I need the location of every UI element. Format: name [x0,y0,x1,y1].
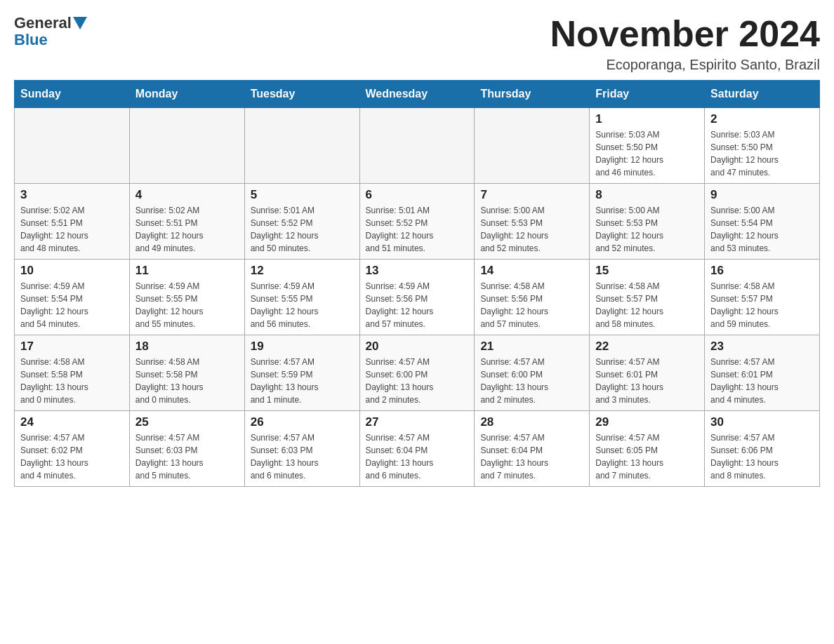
cell-info: Sunrise: 4:58 AMSunset: 5:58 PMDaylight:… [135,356,239,406]
calendar-cell: 24Sunrise: 4:57 AMSunset: 6:02 PMDayligh… [15,411,130,487]
day-number: 24 [20,415,124,429]
calendar-header-row: SundayMondayTuesdayWednesdayThursdayFrid… [15,81,820,108]
day-number: 12 [251,264,354,278]
calendar-cell: 21Sunrise: 4:57 AMSunset: 6:00 PMDayligh… [475,335,590,411]
day-number: 9 [710,188,814,202]
day-number: 19 [251,340,354,354]
calendar-week-row: 24Sunrise: 4:57 AMSunset: 6:02 PMDayligh… [15,411,820,487]
calendar-cell: 18Sunrise: 4:58 AMSunset: 5:58 PMDayligh… [129,335,244,411]
day-number: 20 [366,340,469,354]
cell-info: Sunrise: 5:02 AMSunset: 5:51 PMDaylight:… [20,204,124,255]
calendar-cell: 14Sunrise: 4:58 AMSunset: 5:56 PMDayligh… [475,260,590,335]
day-number: 23 [710,340,814,354]
calendar-week-row: 3Sunrise: 5:02 AMSunset: 5:51 PMDaylight… [15,184,820,260]
day-number: 27 [366,415,469,429]
cell-info: Sunrise: 5:01 AMSunset: 5:52 PMDaylight:… [251,204,354,255]
calendar-cell: 29Sunrise: 4:57 AMSunset: 6:05 PMDayligh… [590,411,705,487]
cell-info: Sunrise: 4:57 AMSunset: 6:00 PMDaylight:… [480,356,583,406]
cell-info: Sunrise: 5:00 AMSunset: 5:53 PMDaylight:… [480,204,583,255]
calendar-cell: 20Sunrise: 4:57 AMSunset: 6:00 PMDayligh… [359,335,475,411]
calendar-cell: 12Sunrise: 4:59 AMSunset: 5:55 PMDayligh… [244,260,359,335]
calendar-cell: 5Sunrise: 5:01 AMSunset: 5:52 PMDaylight… [244,184,359,260]
calendar-cell: 23Sunrise: 4:57 AMSunset: 6:01 PMDayligh… [705,335,820,411]
day-number: 11 [135,264,239,278]
calendar-cell: 19Sunrise: 4:57 AMSunset: 5:59 PMDayligh… [244,335,359,411]
day-number: 8 [595,188,699,202]
day-number: 22 [595,340,699,354]
day-number: 28 [480,415,583,429]
cell-info: Sunrise: 4:57 AMSunset: 6:04 PMDaylight:… [480,431,583,482]
day-number: 26 [251,415,354,429]
calendar-cell: 3Sunrise: 5:02 AMSunset: 5:51 PMDaylight… [15,184,130,260]
day-header-sunday: Sunday [15,81,130,108]
calendar-cell: 17Sunrise: 4:58 AMSunset: 5:58 PMDayligh… [15,335,130,411]
calendar-cell: 26Sunrise: 4:57 AMSunset: 6:03 PMDayligh… [244,411,359,487]
cell-info: Sunrise: 5:02 AMSunset: 5:51 PMDaylight:… [135,204,239,255]
cell-info: Sunrise: 5:00 AMSunset: 5:54 PMDaylight:… [710,204,814,255]
cell-info: Sunrise: 5:00 AMSunset: 5:53 PMDaylight:… [595,204,699,255]
cell-info: Sunrise: 4:57 AMSunset: 6:03 PMDaylight:… [251,431,354,482]
month-title: November 2024 [550,14,820,54]
title-block: November 2024 Ecoporanga, Espirito Santo… [550,14,820,73]
calendar-cell: 7Sunrise: 5:00 AMSunset: 5:53 PMDaylight… [475,184,590,260]
calendar-cell: 13Sunrise: 4:59 AMSunset: 5:56 PMDayligh… [359,260,475,335]
day-number: 21 [480,340,583,354]
cell-info: Sunrise: 4:57 AMSunset: 5:59 PMDaylight:… [251,356,354,406]
calendar-week-row: 1Sunrise: 5:03 AMSunset: 5:50 PMDaylight… [15,108,820,184]
day-number: 13 [366,264,469,278]
day-number: 5 [251,188,354,202]
cell-info: Sunrise: 4:58 AMSunset: 5:58 PMDaylight:… [20,356,124,406]
cell-info: Sunrise: 4:57 AMSunset: 6:05 PMDaylight:… [595,431,699,482]
calendar-cell: 22Sunrise: 4:57 AMSunset: 6:01 PMDayligh… [590,335,705,411]
calendar-cell: 28Sunrise: 4:57 AMSunset: 6:04 PMDayligh… [475,411,590,487]
cell-info: Sunrise: 4:59 AMSunset: 5:55 PMDaylight:… [135,280,239,330]
calendar-cell: 10Sunrise: 4:59 AMSunset: 5:54 PMDayligh… [15,260,130,335]
calendar-cell: 6Sunrise: 5:01 AMSunset: 5:52 PMDaylight… [359,184,475,260]
cell-info: Sunrise: 5:03 AMSunset: 5:50 PMDaylight:… [595,128,699,179]
day-number: 16 [710,264,814,278]
day-header-thursday: Thursday [475,81,590,108]
cell-info: Sunrise: 4:57 AMSunset: 6:01 PMDaylight:… [710,356,814,406]
calendar-week-row: 17Sunrise: 4:58 AMSunset: 5:58 PMDayligh… [15,335,820,411]
calendar-cell [129,108,244,184]
calendar-cell: 16Sunrise: 4:58 AMSunset: 5:57 PMDayligh… [705,260,820,335]
day-number: 4 [135,188,239,202]
calendar-cell [475,108,590,184]
location-text: Ecoporanga, Espirito Santo, Brazil [550,57,820,73]
page-header: General Blue November 2024 Ecoporanga, E… [14,14,820,73]
cell-info: Sunrise: 4:57 AMSunset: 6:04 PMDaylight:… [366,431,469,482]
calendar-cell: 1Sunrise: 5:03 AMSunset: 5:50 PMDaylight… [590,108,705,184]
day-number: 2 [710,112,814,126]
cell-info: Sunrise: 4:57 AMSunset: 6:06 PMDaylight:… [710,431,814,482]
logo-blue-text: Blue [14,31,87,49]
day-number: 1 [595,112,699,126]
day-number: 15 [595,264,699,278]
day-number: 29 [595,415,699,429]
svg-marker-0 [73,17,87,29]
calendar-week-row: 10Sunrise: 4:59 AMSunset: 5:54 PMDayligh… [15,260,820,335]
calendar-cell: 9Sunrise: 5:00 AMSunset: 5:54 PMDaylight… [705,184,820,260]
day-number: 18 [135,340,239,354]
day-number: 6 [366,188,469,202]
calendar-cell: 8Sunrise: 5:00 AMSunset: 5:53 PMDaylight… [590,184,705,260]
logo-arrow-icon [73,17,87,31]
day-header-monday: Monday [129,81,244,108]
cell-info: Sunrise: 4:58 AMSunset: 5:56 PMDaylight:… [480,280,583,330]
calendar-cell: 2Sunrise: 5:03 AMSunset: 5:50 PMDaylight… [705,108,820,184]
logo: General Blue [14,14,87,49]
day-number: 7 [480,188,583,202]
logo-general-text: General [14,14,72,32]
calendar-table: SundayMondayTuesdayWednesdayThursdayFrid… [14,80,820,487]
day-number: 25 [135,415,239,429]
day-header-friday: Friday [590,81,705,108]
day-number: 14 [480,264,583,278]
cell-info: Sunrise: 4:58 AMSunset: 5:57 PMDaylight:… [710,280,814,330]
calendar-cell [244,108,359,184]
cell-info: Sunrise: 4:59 AMSunset: 5:55 PMDaylight:… [251,280,354,330]
cell-info: Sunrise: 4:57 AMSunset: 6:03 PMDaylight:… [135,431,239,482]
calendar-cell: 27Sunrise: 4:57 AMSunset: 6:04 PMDayligh… [359,411,475,487]
cell-info: Sunrise: 4:59 AMSunset: 5:54 PMDaylight:… [20,280,124,330]
day-number: 3 [20,188,124,202]
cell-info: Sunrise: 4:58 AMSunset: 5:57 PMDaylight:… [595,280,699,330]
cell-info: Sunrise: 4:57 AMSunset: 6:01 PMDaylight:… [595,356,699,406]
